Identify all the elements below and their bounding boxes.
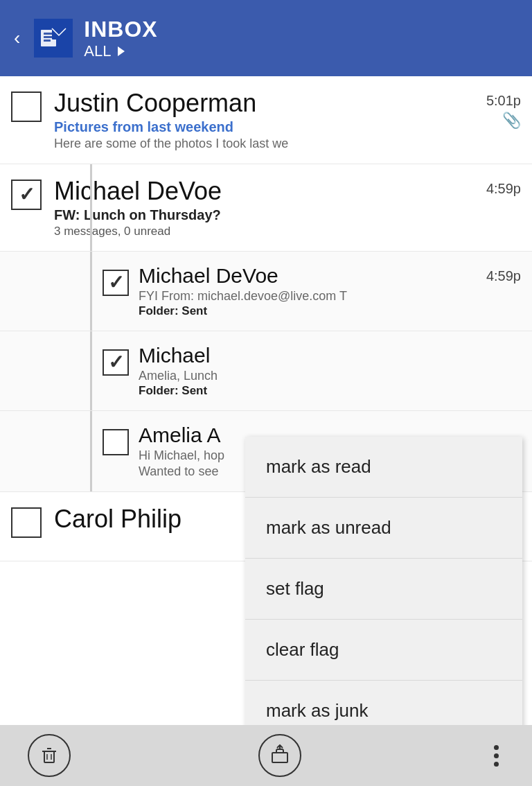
move-button[interactable] [258, 734, 301, 777]
email-item-michael-2b[interactable]: Michael Amelia, Lunch Folder: Sent [0, 331, 532, 411]
email-content-michael-2b: Michael Amelia, Lunch Folder: Sent [139, 344, 521, 398]
checkbox-justin[interactable] [11, 91, 42, 122]
bottom-toolbar [0, 725, 532, 786]
email-content-justin: Justin Cooperman Pictures from last week… [54, 89, 479, 151]
checkbox-michael[interactable] [11, 180, 42, 210]
time-michael-group: 4:59p [486, 181, 521, 197]
checkbox-amelia[interactable] [103, 429, 129, 455]
checkbox-carol[interactable] [11, 507, 42, 538]
svg-rect-2 [44, 36, 53, 38]
time-justin: 5:01p [486, 93, 521, 109]
context-menu: mark as read mark as unread set flag cle… [245, 437, 522, 725]
sender-justin: Justin Cooperman [54, 89, 479, 118]
more-dot-3 [494, 762, 499, 767]
folder-michael-2a: Folder: Sent [139, 304, 479, 318]
thread-count: 3 messages, 0 unread [54, 225, 479, 238]
svg-rect-3 [44, 40, 51, 42]
sender-michael-2a: Michael DeVoe [139, 264, 479, 288]
email-item-michael-group[interactable]: Michael DeVoe FW: Lunch on Thursday? 3 m… [0, 164, 532, 252]
subject-justin: Pictures from last weekend [54, 119, 479, 135]
context-menu-item-mark-junk[interactable]: mark as junk [245, 681, 522, 725]
context-menu-item-mark-unread[interactable]: mark as unread [245, 498, 522, 559]
context-menu-item-mark-read[interactable]: mark as read [245, 437, 522, 498]
filter-label: ALL [84, 42, 111, 60]
email-content-michael-2a: Michael DeVoe FYI From: michael.devoe@li… [139, 264, 479, 318]
svg-rect-1 [44, 33, 53, 35]
back-button[interactable]: ‹ [14, 27, 20, 49]
preview-michael-2b: Amelia, Lunch [139, 369, 521, 383]
email-content-michael-group: Michael DeVoe FW: Lunch on Thursday? 3 m… [54, 177, 479, 238]
svg-rect-5 [44, 751, 54, 762]
checkbox-michael-2b[interactable] [103, 349, 129, 376]
attachment-icon: 📎 [502, 112, 521, 130]
preview-justin: Here are some of the photos I took last … [54, 137, 479, 151]
header-filter[interactable]: ALL [84, 42, 157, 60]
folder-michael-2b: Folder: Sent [139, 384, 521, 398]
more-dot-2 [494, 753, 499, 758]
inbox-title: INBOX [84, 17, 157, 42]
svg-rect-10 [272, 753, 287, 762]
more-dot-1 [494, 745, 499, 750]
thread-bar-2b [90, 331, 92, 410]
context-menu-item-clear-flag[interactable]: clear flag [245, 620, 522, 681]
header-text: INBOX ALL [84, 17, 157, 60]
email-item-michael-2a[interactable]: Michael DeVoe FYI From: michael.devoe@li… [0, 252, 532, 331]
sender-michael-2b: Michael [139, 344, 521, 367]
more-button[interactable] [488, 740, 504, 772]
header: ‹ INBOX ALL [0, 0, 532, 76]
delete-button[interactable] [28, 734, 71, 777]
email-item-justin[interactable]: Justin Cooperman Pictures from last week… [0, 76, 532, 164]
thread-bar-amelia [90, 411, 92, 491]
subject-michael-group: FW: Lunch on Thursday? [54, 207, 479, 223]
time-michael-2a: 4:59p [486, 268, 521, 284]
app-icon [34, 19, 73, 58]
email-list: Justin Cooperman Pictures from last week… [0, 76, 532, 725]
preview-michael-2a: FYI From: michael.devoe@live.com T [139, 289, 479, 304]
thread-bar [90, 164, 92, 251]
filter-arrow-icon [118, 46, 125, 56]
checkbox-michael-2a[interactable] [103, 270, 129, 296]
sender-michael-group: Michael DeVoe [54, 177, 479, 206]
context-menu-item-set-flag[interactable]: set flag [245, 559, 522, 620]
thread-bar-2a [90, 252, 92, 331]
